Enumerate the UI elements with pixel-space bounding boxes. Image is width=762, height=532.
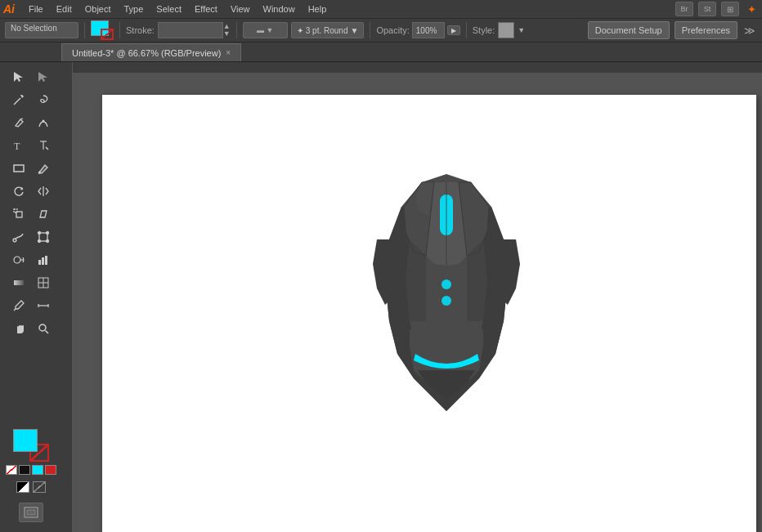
stroke-weight-display[interactable]: ✦ 3 pt. Round ▼	[291, 22, 365, 38]
red-swatch[interactable]	[45, 465, 56, 475]
direct-selection-tool[interactable]	[31, 65, 56, 88]
menu-type[interactable]: Type	[119, 2, 150, 16]
zoom-tool[interactable]	[31, 317, 56, 340]
tab-close-button[interactable]: ×	[226, 48, 231, 57]
opacity-section: Opacity: ▶	[376, 22, 459, 38]
stroke-spinner[interactable]: ▲▼	[223, 23, 231, 38]
sep-2	[119, 22, 120, 38]
svg-marker-1	[38, 72, 47, 82]
magic-wand-tool[interactable]	[7, 88, 31, 111]
app-logo: Ai	[3, 2, 15, 16]
type-tool[interactable]: T	[7, 134, 31, 157]
svg-point-20	[14, 257, 20, 263]
svg-line-36	[45, 331, 48, 334]
bridge-icon[interactable]: Br	[675, 2, 693, 16]
sep-1	[84, 22, 85, 38]
sep-4	[370, 22, 370, 38]
tab-bar: Untitled-3* @ 66.67% (RGB/Preview) ×	[0, 42, 762, 62]
menu-file[interactable]: File	[23, 2, 49, 16]
color-area	[6, 422, 56, 529]
warp-tool[interactable]	[7, 226, 31, 248]
menu-help[interactable]: Help	[303, 2, 333, 16]
artboard-navigator[interactable]	[19, 503, 43, 522]
document-tab[interactable]: Untitled-3* @ 66.67% (RGB/Preview) ×	[61, 43, 241, 61]
color-swatches	[13, 429, 49, 462]
cyan-swatch[interactable]	[32, 465, 43, 475]
curvature-tool[interactable]	[31, 111, 56, 134]
svg-marker-13	[40, 211, 47, 217]
svg-point-19	[46, 240, 48, 243]
svg-point-40	[442, 279, 451, 289]
shear-tool[interactable]	[31, 203, 56, 226]
more-button[interactable]: ≫	[742, 23, 757, 38]
workspace-icon[interactable]: ⊞	[721, 2, 739, 16]
svg-rect-11	[16, 212, 22, 217]
gradient-swatch[interactable]	[16, 481, 29, 493]
none-swatch[interactable]	[6, 465, 17, 475]
vertical-ruler	[61, 62, 73, 532]
stroke-label: Stroke:	[126, 25, 155, 35]
black-swatch[interactable]	[19, 465, 30, 475]
rotate-tool[interactable]	[7, 180, 31, 203]
svg-rect-9	[14, 165, 24, 172]
svg-marker-0	[14, 72, 23, 82]
svg-marker-3	[20, 95, 24, 98]
tab-title: Untitled-3* @ 66.67% (RGB/Preview)	[72, 48, 221, 58]
svg-rect-24	[38, 260, 41, 265]
menu-view[interactable]: View	[225, 2, 256, 16]
menu-object[interactable]: Object	[79, 2, 117, 16]
svg-text:T: T	[14, 141, 20, 152]
reflect-tool[interactable]	[31, 180, 56, 203]
measure-tool[interactable]	[31, 294, 56, 317]
style-swatch[interactable]	[498, 22, 514, 38]
paintbrush-tool[interactable]	[31, 157, 56, 180]
pattern-swatch[interactable]	[33, 481, 46, 493]
preferences-button[interactable]: Preferences	[675, 21, 737, 39]
svg-point-14	[13, 239, 16, 242]
sep-3	[236, 22, 237, 38]
document-setup-button[interactable]: Document Setup	[588, 21, 670, 39]
star-icon: ✦	[744, 2, 759, 16]
opacity-arrow[interactable]: ▶	[447, 25, 460, 35]
main-area: T	[0, 62, 762, 532]
svg-rect-12	[14, 209, 17, 212]
selection-tool[interactable]	[7, 65, 31, 88]
menu-window[interactable]: Window	[258, 2, 301, 16]
canvas-area	[61, 62, 762, 532]
toolbar: No Selection Stroke: ▲▼ ▬ ▼ ✦ 3 pt. Roun…	[0, 18, 762, 42]
fill-swatch[interactable]	[13, 429, 38, 452]
style-arrow[interactable]: ▼	[518, 26, 525, 34]
opacity-label: Opacity:	[376, 25, 409, 35]
svg-point-35	[39, 324, 46, 331]
svg-rect-38	[27, 510, 35, 515]
mesh-tool[interactable]	[31, 271, 56, 294]
mouse-illustration	[340, 158, 553, 437]
menu-edit[interactable]: Edit	[51, 2, 78, 16]
style-label: Style:	[473, 25, 495, 35]
svg-line-2	[14, 98, 20, 105]
pen-tool[interactable]	[7, 111, 31, 134]
menu-bar: Ai File Edit Object Type Select Effect V…	[0, 0, 762, 18]
stock-icon[interactable]: St	[698, 2, 716, 16]
rectangle-tool[interactable]	[7, 157, 31, 180]
line-cap-dropdown[interactable]: ▬ ▼	[243, 22, 288, 38]
stroke-value-input[interactable]	[158, 22, 223, 38]
svg-point-5	[42, 120, 44, 123]
lasso-tool[interactable]	[31, 88, 56, 111]
gradient-tool[interactable]	[7, 271, 31, 294]
scale-tool[interactable]	[7, 203, 31, 226]
hand-tool[interactable]	[7, 317, 31, 340]
menu-effect[interactable]: Effect	[189, 2, 223, 16]
fill-color[interactable]	[91, 20, 114, 40]
tools-panel: T	[0, 62, 61, 532]
column-graph-tool[interactable]	[31, 248, 56, 271]
touch-type-tool[interactable]	[31, 134, 56, 157]
free-transform-tool[interactable]	[31, 226, 56, 248]
svg-line-31	[14, 309, 16, 311]
menu-select[interactable]: Select	[150, 2, 187, 16]
opacity-input[interactable]	[412, 22, 445, 38]
selection-dropdown[interactable]: No Selection	[5, 22, 78, 38]
eyedropper-tool[interactable]	[7, 294, 31, 317]
sep-5	[466, 22, 467, 38]
symbol-spray-tool[interactable]	[7, 248, 31, 271]
